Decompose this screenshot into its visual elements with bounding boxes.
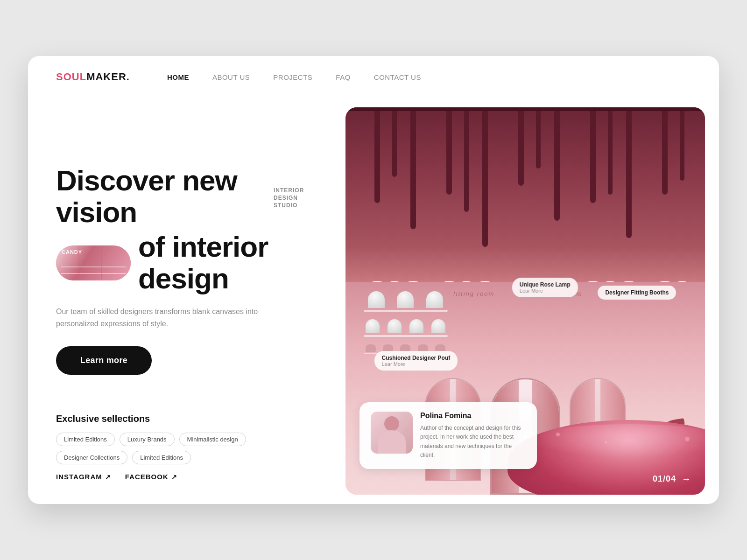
author-avatar [371, 412, 413, 454]
author-description: Author of the concept and design for thi… [420, 424, 526, 460]
header: SOULMAKER. HOME ABOUT US PROJECTS FAQ CO… [28, 56, 719, 98]
slide-number: 01/04 [653, 474, 676, 484]
hero-thumbnail: CANDY [56, 245, 131, 280]
hero-description: Our team of skilled designers transforms… [56, 306, 299, 329]
main-content: Discover new vision INTERIOR DESIGN STUD… [28, 98, 719, 504]
tags-row-2: Designer Collections Limited Editions [56, 451, 317, 464]
heading-line1: Discover new vision [56, 165, 264, 228]
tooltip-booth-title: Designer Fitting Booths [605, 289, 669, 296]
exclusive-title: Exclusive sellections [56, 413, 317, 424]
display-shelves [364, 291, 448, 354]
nav-contact[interactable]: CONTACT US [374, 73, 421, 81]
tag-designer-collections[interactable]: Designer Collections [56, 451, 127, 464]
slide-current: 01 [653, 474, 663, 483]
author-name: Polina Fomina [420, 412, 526, 420]
logo-maker: MAKER. [86, 71, 130, 83]
nav-about[interactable]: ABOUT US [212, 73, 250, 81]
tags-row-1: Limited Editions Luxury Brands Minimalis… [56, 433, 317, 446]
slide-total: 04 [666, 474, 676, 483]
tag-minimalistic[interactable]: Minimalistic design [179, 433, 246, 446]
instagram-arrow: ↗ [105, 473, 111, 481]
nav-home[interactable]: HOME [167, 73, 189, 81]
tooltip-pouf: Cushioned Designer Pouf Lear More [374, 351, 458, 371]
main-nav: HOME ABOUT US PROJECTS FAQ CONTACT US [167, 73, 421, 81]
facebook-label: FACEBOOK [125, 473, 169, 481]
instagram-link[interactable]: INSTAGRAM ↗ [56, 473, 111, 481]
tooltip-lamp-title: Unique Rose Lamp [520, 281, 571, 288]
social-links: INSTAGRAM ↗ FACEBOOK ↗ [56, 473, 317, 481]
logo[interactable]: SOULMAKER. [56, 71, 130, 83]
studio-badge: INTERIOR DESIGN STUDIO [274, 187, 317, 209]
tag-limited-editions-1[interactable]: Limited Editions [56, 433, 115, 446]
nav-projects[interactable]: PROJECTS [273, 73, 312, 81]
nav-faq[interactable]: FAQ [336, 73, 351, 81]
hero-section: Discover new vision INTERIOR DESIGN STUD… [56, 117, 317, 413]
author-info: Polina Fomina Author of the concept and … [420, 412, 526, 460]
slide-next-arrow[interactable]: → [682, 474, 691, 484]
fitting-label-left: fitting room [453, 290, 494, 297]
ceiling-area [345, 107, 705, 282]
heading-line2: of interior design [138, 231, 317, 294]
instagram-label: INSTAGRAM [56, 473, 102, 481]
browser-frame: SOULMAKER. HOME ABOUT US PROJECTS FAQ CO… [28, 56, 719, 504]
tooltip-booth: Designer Fitting Booths [598, 286, 676, 300]
tooltip-pouf-sub: Lear More [382, 361, 451, 367]
facebook-arrow: ↗ [171, 473, 177, 481]
slide-counter: 01/04 → [653, 474, 691, 484]
bottom-section: Exclusive sellections Limited Editions L… [56, 413, 317, 485]
facebook-link[interactable]: FACEBOOK ↗ [125, 473, 177, 481]
author-card: Polina Fomina Author of the concept and … [359, 402, 537, 469]
heading-row1: Discover new vision INTERIOR DESIGN STUD… [56, 165, 317, 228]
learn-more-button[interactable]: Learn more [56, 346, 152, 375]
badge-line2: STUDIO [274, 202, 297, 210]
tooltip-lamp: Unique Rose Lamp Lear More [512, 278, 578, 297]
tag-limited-editions-2[interactable]: Limited Editions [132, 451, 191, 464]
tooltip-lamp-sub: Lear More [520, 288, 571, 294]
image-panel: CLOTHING BOUTIQUE BARBERSHOP BEAUTY SALO… [345, 107, 705, 495]
badge-line1: INTERIOR DESIGN [274, 187, 317, 202]
logo-soul: SOUL [56, 71, 86, 83]
left-panel: Discover new vision INTERIOR DESIGN STUD… [28, 98, 345, 504]
tooltip-pouf-title: Cushioned Designer Pouf [382, 355, 451, 361]
tag-luxury-brands[interactable]: Luxury Brands [120, 433, 175, 446]
